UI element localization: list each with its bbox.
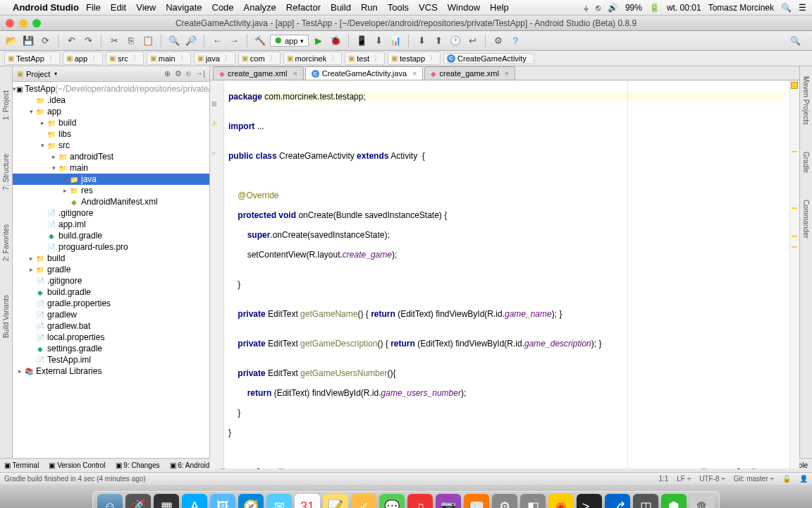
menu-vcs[interactable]: VCS — [419, 2, 438, 13]
finder-icon[interactable]: ☺ — [97, 494, 123, 508]
appstore-icon[interactable]: A — [182, 494, 207, 508]
forward-button[interactable]: → — [227, 34, 241, 48]
close-window-button[interactable] — [6, 19, 14, 28]
tab-structure[interactable]: 7: Structure — [2, 151, 10, 193]
find-button[interactable]: 🔍 — [167, 34, 181, 48]
help-button[interactable]: ? — [508, 34, 522, 48]
preview-icon[interactable]: 🖼 — [210, 494, 235, 508]
crumb[interactable]: ▣src — [106, 52, 144, 65]
vcs-history-button[interactable]: 🕐 — [448, 34, 462, 48]
messages-icon[interactable]: 💬 — [379, 494, 405, 508]
tab-build-variants[interactable]: Build Variants — [2, 292, 10, 341]
code-editor[interactable]: package com.morcinek.test.testapp; impor… — [224, 80, 789, 468]
tree-node[interactable]: 📄.gitignore — [13, 275, 209, 286]
menu-view[interactable]: View — [136, 2, 156, 13]
mail-icon[interactable]: ✉ — [266, 494, 292, 508]
run-config-selector[interactable]: ⬢ app — [270, 35, 309, 47]
tab-favorites[interactable]: 2: Favorites — [2, 222, 10, 264]
tab-terminal[interactable]: ▣ Terminal — [4, 461, 39, 469]
spotlight-icon[interactable]: 🔍 — [781, 3, 792, 13]
tree-node[interactable]: ◆AndroidManifest.xml — [13, 196, 209, 207]
redo-button[interactable]: ↷ — [81, 34, 95, 48]
tree-node[interactable]: 📁.idea — [13, 95, 209, 106]
tree-node[interactable]: ▸📁java — [13, 174, 209, 185]
photo-booth-icon[interactable]: 📷 — [436, 494, 461, 508]
tab-gradle[interactable]: Gradle — [802, 149, 810, 176]
settings-icon[interactable]: ⚙ — [492, 494, 517, 508]
menu-run[interactable]: Run — [361, 2, 378, 13]
tab-commander[interactable]: Commander — [802, 197, 810, 241]
tab-changes[interactable]: ▣ 9: Changes — [116, 461, 160, 469]
tree-node[interactable]: 📄app.iml — [13, 219, 209, 230]
crumb[interactable]: ▣main — [147, 52, 191, 65]
vcs-revert-button[interactable]: ↩ — [465, 34, 479, 48]
tree-node[interactable]: ▾📁src — [13, 140, 209, 151]
hector-icon[interactable]: 👤 — [799, 475, 808, 483]
tree-node[interactable]: ▾📁app — [13, 106, 209, 117]
autoscroll-icon[interactable]: ⎋ — [186, 69, 191, 78]
lock-icon[interactable]: 🔓 — [782, 475, 791, 483]
clock[interactable]: wt. 00:01 — [667, 3, 701, 13]
sourcetree-icon[interactable]: ⎇ — [605, 494, 630, 508]
tree-node[interactable]: 📄local.properties — [13, 332, 209, 343]
tree-node[interactable]: 📁libs — [13, 128, 209, 140]
tree-node[interactable]: 📄gradle.properties — [13, 298, 209, 309]
inspection-indicator[interactable] — [791, 82, 798, 89]
menu-build[interactable]: Build — [331, 2, 351, 13]
open-button[interactable]: 📂 — [4, 34, 18, 48]
close-icon[interactable]: × — [293, 69, 297, 78]
fold-icon[interactable]: ⊞ — [211, 100, 217, 107]
user-name[interactable]: Tomasz Morcinek — [708, 3, 774, 13]
tree-node[interactable]: 📄gradlew.bat — [13, 320, 209, 332]
launchpad-icon[interactable]: 🚀 — [125, 494, 151, 508]
notes-icon[interactable]: 📝 — [323, 494, 348, 508]
tree-node[interactable]: ▸📁build — [13, 117, 209, 128]
app-icon[interactable]: ◧ — [520, 494, 546, 508]
git-branch[interactable]: Git: master ÷ — [734, 475, 774, 483]
app-icon[interactable]: ◫ — [633, 494, 658, 508]
avd-button[interactable]: 📱 — [355, 34, 369, 48]
tab-vcs[interactable]: ▣ Version Control — [49, 461, 105, 469]
menu-analyze[interactable]: Analyze — [244, 2, 276, 13]
tree-node[interactable]: 📄TestApp.iml — [13, 354, 209, 365]
tree-node[interactable]: 📄proguard-rules.pro — [13, 241, 209, 253]
tree-node[interactable]: ▾▣TestApp (~/Developer/android/repositor… — [13, 83, 209, 95]
tree-node[interactable]: ◆settings.gradle — [13, 343, 209, 354]
line-separator[interactable]: LF ÷ — [677, 475, 691, 483]
crumb[interactable]: ▣app — [63, 52, 103, 65]
tree-node[interactable]: ▸📚External Libraries — [13, 365, 209, 377]
debug-button[interactable]: 🐞 — [328, 34, 343, 48]
menu-edit[interactable]: Edit — [111, 2, 126, 13]
close-icon[interactable]: × — [505, 69, 509, 78]
crumb[interactable]: ▣testapp — [388, 52, 441, 65]
editor-tab[interactable]: ◆create_game.xml× — [213, 66, 304, 80]
trash-icon[interactable]: 🗑 — [689, 494, 715, 508]
paste-button[interactable]: 📋 — [141, 34, 155, 48]
menu-navigate[interactable]: Navigate — [166, 2, 202, 13]
android-studio-icon[interactable]: ⬢ — [661, 494, 687, 508]
crumb[interactable]: CCreateGameActivity — [443, 53, 534, 64]
crumb[interactable]: ▣morcinek — [283, 52, 343, 65]
warning-icon[interactable]: ⚠ — [211, 120, 217, 127]
tab-project[interactable]: 1: Project — [2, 87, 10, 123]
back-button[interactable]: ← — [210, 34, 224, 48]
tree-node[interactable]: ▸📁build — [13, 253, 209, 264]
editor-gutter[interactable]: ⊞ ⚠ ○ — [210, 80, 224, 468]
cut-button[interactable]: ✂ — [107, 34, 121, 48]
override-icon[interactable]: ○ — [211, 150, 215, 157]
mission-control-icon[interactable]: ▦ — [154, 494, 179, 508]
tree-node[interactable]: ▸📁gradle — [13, 264, 209, 275]
hide-icon[interactable]: →| — [195, 69, 205, 78]
tree-node[interactable]: ▸📁androidTest — [13, 151, 209, 162]
minimize-window-button[interactable] — [19, 19, 27, 28]
copy-button[interactable]: ⎘ — [124, 34, 138, 48]
make-button[interactable]: 🔨 — [253, 34, 267, 48]
notifications-icon[interactable]: ☰ — [799, 3, 806, 13]
search-everywhere-icon[interactable]: 🔍 — [790, 36, 801, 46]
collapse-icon[interactable]: ⊕ — [164, 69, 171, 78]
run-button[interactable]: ▶ — [312, 34, 326, 48]
editor-tab[interactable]: CCreateGameActivity.java× — [305, 66, 424, 80]
volume-icon[interactable]: 🔊 — [608, 3, 618, 13]
tree-node[interactable]: 📄.gitignore — [13, 207, 209, 219]
tree-node[interactable]: ◆build.gradle — [13, 286, 209, 298]
